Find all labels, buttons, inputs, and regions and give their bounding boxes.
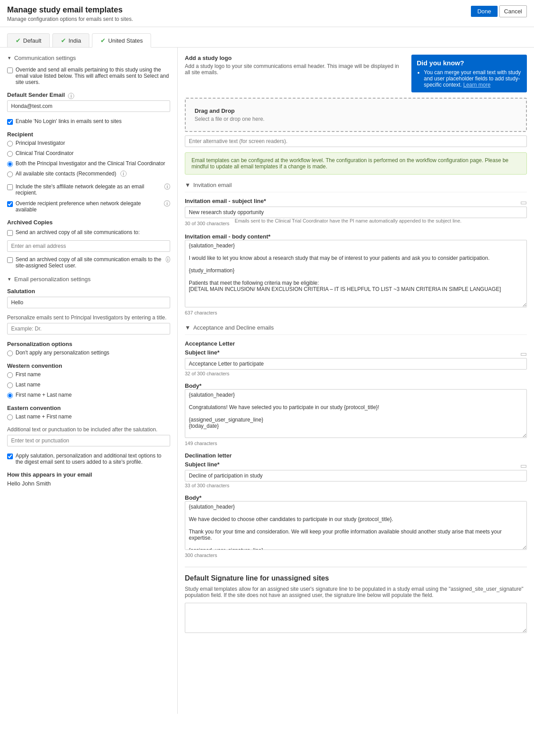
- alt-text-input[interactable]: [185, 135, 527, 147]
- main-content: ▼ Communication settings Override and se…: [0, 48, 534, 714]
- personalize-pi-input[interactable]: [7, 323, 170, 334]
- invitation-email-section: ▼ Invitation email Invitation email - su…: [185, 182, 527, 315]
- acceptance-section-header[interactable]: ▼ Acceptance and Decline emails: [185, 324, 527, 335]
- eastern-last-first-row: Last name + First name: [7, 414, 170, 420]
- archived-label: Archived Copies: [7, 219, 170, 226]
- tab-united-states[interactable]: ✔ United States: [92, 33, 151, 48]
- personalize-pi-group: Personalize emails sent to Principal Inv…: [7, 314, 170, 334]
- archived-site-row: Send an archived copy of all site commun…: [7, 256, 170, 269]
- archived-section: Archived Copies Send an archived copy of…: [7, 219, 170, 269]
- signature-textarea[interactable]: [185, 603, 527, 633]
- page-subtitle: Manage configuration options for emails …: [7, 16, 133, 22]
- invitation-subject-label: Invitation email - subject line*: [185, 198, 266, 204]
- eastern-convention-group: Eastern convention Last name + First nam…: [7, 405, 170, 420]
- declination-letter-label: Declination letter: [185, 452, 527, 459]
- drag-drop-title: Drag and Drop: [195, 107, 517, 114]
- eastern-last-first-radio[interactable]: [7, 414, 13, 420]
- affiliate-group: Include the site's affiliate network del…: [7, 183, 170, 213]
- affiliate-info-icon[interactable]: i: [164, 183, 170, 190]
- recipient-both-row: Both the Principal Investigator and the …: [7, 160, 170, 167]
- did-you-know-link[interactable]: Learn more: [463, 82, 490, 88]
- apply-digest-row: Apply salutation, personalization and ad…: [7, 453, 170, 465]
- declination-body-textarea[interactable]: [185, 501, 527, 550]
- invitation-subject-input[interactable]: [185, 207, 527, 218]
- signature-title: Default Signature line for unassigned si…: [185, 574, 527, 582]
- affiliate-label: Include the site's affiliate network del…: [16, 183, 160, 196]
- recipient-both-radio[interactable]: [7, 161, 13, 167]
- affiliate-row: Include the site's affiliate network del…: [7, 183, 170, 196]
- recipient-ctc-label: Clinical Trial Coordinator: [16, 150, 74, 156]
- nologin-group: Enable 'No Login' links in emails sent t…: [7, 118, 170, 125]
- invitation-body-char-count: 637 characters: [185, 310, 527, 315]
- acceptance-subject-input[interactable]: [185, 358, 527, 370]
- declination-subject-label: Subject line*: [185, 461, 219, 468]
- add-logo-title: Add a study logo: [185, 55, 404, 61]
- recipient-pi-label: Principal Investigator: [16, 140, 65, 146]
- header-actions: Done Cancel: [471, 5, 527, 17]
- additional-text-input[interactable]: [7, 435, 170, 446]
- default-sender-info-icon[interactable]: i: [68, 93, 74, 99]
- archived-site-checkbox[interactable]: [7, 257, 13, 263]
- salutation-input[interactable]: [7, 297, 170, 308]
- western-first-radio[interactable]: [7, 372, 13, 378]
- drag-drop-desc: Select a file or drop one here.: [195, 116, 517, 122]
- acceptance-letter-group: Acceptance Letter Subject line* ▭ 32 of …: [185, 340, 527, 376]
- override-recipient-info-icon[interactable]: i: [164, 200, 170, 207]
- tab-default-check-icon: ✔: [16, 37, 21, 44]
- done-button[interactable]: Done: [471, 6, 497, 17]
- override-recipient-checkbox[interactable]: [7, 201, 13, 207]
- personalization-section-label: Email personalization settings: [14, 276, 91, 283]
- override-email-label: Override and send all emails pertaining …: [16, 67, 170, 85]
- invitation-section-label: Invitation email: [193, 182, 232, 188]
- western-last-radio[interactable]: [7, 382, 13, 388]
- archived-email-input[interactable]: [7, 240, 170, 252]
- declination-subject-input[interactable]: [185, 470, 527, 481]
- personalization-options-group: Personalization options Don't apply any …: [7, 341, 170, 356]
- invitation-body-textarea[interactable]: [185, 240, 527, 307]
- western-first-last-radio[interactable]: [7, 393, 13, 398]
- cancel-button[interactable]: Cancel: [499, 5, 527, 17]
- acceptance-body-group: Body* 149 characters: [185, 382, 527, 446]
- acceptance-section-label: Acceptance and Decline emails: [193, 324, 274, 331]
- declination-letter-group: Declination letter Subject line* ▭ 33 of…: [185, 452, 527, 488]
- invitation-section-header[interactable]: ▼ Invitation email: [185, 182, 527, 192]
- eastern-convention-label: Eastern convention: [7, 405, 170, 411]
- communication-section-header[interactable]: ▼ Communication settings: [7, 55, 170, 61]
- tab-default[interactable]: ✔ Default: [7, 33, 50, 47]
- recipient-all-radio[interactable]: [7, 171, 13, 177]
- western-first-last-label: First name + Last name: [16, 392, 72, 398]
- recipient-pi-row: Principal Investigator: [7, 140, 170, 147]
- signature-section: Default Signature line for unassigned si…: [185, 567, 527, 634]
- default-sender-input[interactable]: [7, 100, 170, 112]
- override-email-checkbox[interactable]: [7, 68, 13, 73]
- email-personalization-header[interactable]: ▼ Email personalization settings: [7, 276, 170, 283]
- recipient-pi-radio[interactable]: [7, 141, 13, 147]
- personalization-options-label: Personalization options: [7, 341, 170, 347]
- nologin-row: Enable 'No Login' links in emails sent t…: [7, 118, 170, 125]
- tab-india[interactable]: ✔ India: [52, 33, 89, 47]
- communication-section-label: Communication settings: [14, 55, 76, 61]
- page-title: Manage study email templates: [7, 5, 133, 15]
- logo-upload-area[interactable]: Drag and Drop Select a file or drop one …: [185, 98, 527, 132]
- default-sender-group: Default Sender Email i: [7, 92, 170, 112]
- archived-all-checkbox[interactable]: [7, 230, 13, 236]
- recipient-all-info-icon[interactable]: i: [120, 171, 127, 177]
- dont-apply-radio[interactable]: [7, 350, 13, 356]
- nologin-checkbox[interactable]: [7, 119, 13, 125]
- add-logo-desc: Add a study logo to your site communicat…: [185, 63, 404, 76]
- acceptance-body-textarea[interactable]: [185, 389, 527, 438]
- declination-subject-char-count: 33 of 300 characters: [185, 483, 527, 488]
- acceptance-chevron-icon: ▼: [185, 324, 191, 331]
- recipient-both-label: Both the Principal Investigator and the …: [16, 160, 165, 167]
- additional-text-label: Additional text or punctuation to be inc…: [7, 426, 170, 433]
- apply-digest-checkbox[interactable]: [7, 454, 13, 459]
- affiliate-checkbox[interactable]: [7, 184, 13, 190]
- signature-desc: Study email templates allow for an assig…: [185, 586, 527, 598]
- recipient-ctc-radio[interactable]: [7, 151, 13, 157]
- acceptance-body-char-count: 149 characters: [185, 441, 527, 446]
- archived-site-info-icon[interactable]: i: [166, 256, 170, 263]
- additional-text-group: Additional text or punctuation to be inc…: [7, 426, 170, 446]
- western-first-label: First name: [16, 371, 41, 378]
- tabs-bar: ✔ Default ✔ India ✔ United States: [0, 27, 534, 48]
- apply-digest-label: Apply salutation, personalization and ad…: [16, 453, 170, 465]
